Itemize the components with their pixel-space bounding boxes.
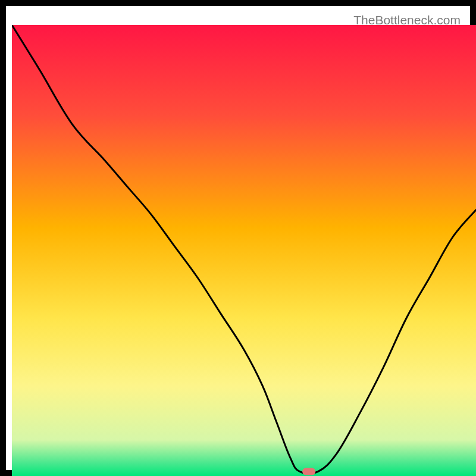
watermark-text: TheBottleneck.com: [353, 13, 461, 27]
optimal-marker: [302, 468, 315, 475]
chart-frame: TheBottleneck.com: [0, 0, 476, 476]
plot-area: [12, 25, 476, 476]
gradient-background: [12, 25, 476, 476]
chart-svg: [12, 25, 476, 476]
